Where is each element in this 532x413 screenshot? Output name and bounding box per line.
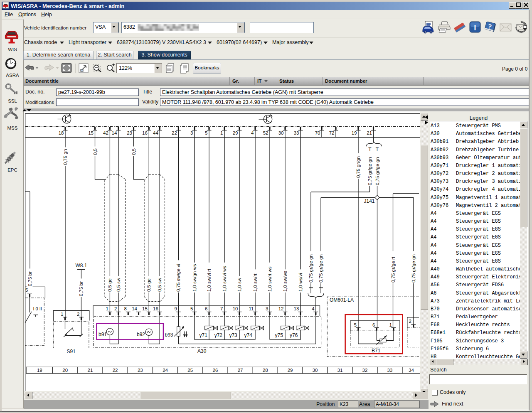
svg-text:14: 14 (112, 130, 117, 135)
svg-text:0,5 ge: 0,5 ge (107, 278, 112, 292)
svg-text:33: 33 (387, 368, 393, 373)
svg-text:44: 44 (153, 130, 158, 135)
svg-text:16: 16 (153, 306, 158, 311)
svg-text:5: 5 (205, 130, 207, 135)
svg-text:1,0 sw/vi ws: 1,0 sw/vi ws (222, 266, 227, 292)
svg-text:32: 32 (362, 368, 368, 373)
svg-text:0,75 gr/ge rt: 0,75 gr/ge rt (391, 256, 396, 283)
svg-text:7: 7 (220, 306, 223, 311)
svg-text:y73: y73 (229, 332, 237, 338)
svg-text:0,75 br: 0,75 br (27, 271, 32, 286)
svg-text:22: 22 (172, 130, 177, 135)
svg-text:31: 31 (337, 368, 343, 373)
svg-text:23: 23 (127, 130, 132, 135)
svg-text:0,5 sw: 0,5 sw (157, 278, 162, 292)
svg-text:16: 16 (142, 130, 148, 135)
svg-text:2: 2 (409, 319, 411, 324)
svg-text:21: 21 (367, 130, 372, 135)
svg-text:15: 15 (142, 306, 148, 311)
svg-text:y72: y72 (214, 332, 223, 338)
svg-text:1,0 sw/gn ws: 1,0 sw/gn ws (192, 264, 197, 292)
svg-text:70: 70 (315, 130, 320, 135)
svg-text:30: 30 (313, 368, 318, 373)
svg-text:b91: b91 (99, 332, 107, 337)
svg-text:0,75 gr/ge gn: 0,75 gr/ge gn (411, 254, 416, 283)
svg-text:27: 27 (238, 368, 243, 373)
svg-text:1,0 sw/ws: 1,0 sw/ws (283, 270, 288, 292)
svg-text:5: 5 (190, 306, 193, 311)
svg-text:0,75 sw/ge vi: 0,75 sw/ge vi (176, 264, 181, 292)
svg-text:b92: b92 (137, 332, 145, 337)
svg-text:T: T (376, 147, 379, 152)
svg-text:21: 21 (88, 368, 93, 373)
svg-text:1: 1 (61, 312, 63, 317)
svg-text:1,0 sw/rt ws: 1,0 sw/rt ws (267, 266, 272, 292)
svg-text:19: 19 (37, 368, 42, 373)
svg-text:29: 29 (233, 130, 238, 135)
svg-text:OM601-LA: OM601-LA (330, 297, 354, 303)
svg-text:52: 52 (263, 130, 268, 135)
svg-text:13: 13 (294, 306, 299, 311)
svg-text:0,5: 0,5 (131, 148, 136, 155)
svg-text:4: 4 (251, 130, 254, 135)
svg-text:y71: y71 (200, 332, 208, 338)
svg-text:b93: b93 (165, 332, 173, 338)
svg-text:0,5 ge: 0,5 ge (146, 278, 151, 292)
svg-text:0,75 gr/ge gn: 0,75 gr/ge gn (367, 157, 372, 185)
svg-text:42: 42 (103, 130, 108, 135)
svg-text:1,0 sw/rt: 1,0 sw/rt (253, 273, 258, 292)
svg-text:72: 72 (329, 130, 335, 135)
svg-text:J141: J141 (364, 198, 375, 204)
svg-text:19: 19 (352, 130, 357, 135)
svg-text:1,0 ws/vi: 1,0 ws/vi (298, 273, 303, 292)
svg-text:W8.1: W8.1 (76, 263, 87, 268)
svg-text:y76: y76 (290, 332, 298, 338)
svg-text:15: 15 (88, 130, 94, 135)
svg-text:1,0 sw: 1,0 sw (237, 278, 242, 292)
svg-text:T: T (368, 147, 372, 152)
svg-text:3: 3 (266, 306, 268, 311)
svg-text:28: 28 (263, 368, 268, 373)
svg-text:0,75 gr/ge gn: 0,75 gr/ge gn (318, 254, 323, 283)
svg-text:S91: S91 (67, 349, 76, 354)
svg-text:30: 30 (278, 130, 284, 135)
svg-text:10: 10 (233, 306, 238, 311)
svg-text:0,5: 0,5 (93, 148, 98, 155)
svg-text:6: 6 (372, 322, 375, 327)
svg-text:2: 2 (77, 312, 79, 317)
svg-text:5: 5 (25, 288, 28, 293)
svg-text:33: 33 (294, 130, 299, 135)
svg-text:18: 18 (59, 130, 64, 135)
svg-text:8: 8 (124, 306, 126, 311)
svg-text:5: 5 (354, 322, 357, 327)
svg-text:20: 20 (62, 368, 68, 373)
svg-text:4: 4 (312, 306, 315, 311)
svg-text:14: 14 (132, 306, 137, 311)
svg-text:23: 23 (138, 368, 143, 373)
svg-text:29: 29 (288, 368, 293, 373)
svg-text:A30: A30 (197, 348, 207, 354)
svg-text:y75: y75 (275, 332, 283, 338)
svg-text:12: 12 (278, 306, 284, 311)
svg-text:2: 2 (114, 306, 117, 311)
svg-text:6: 6 (205, 306, 207, 311)
svg-text:y74: y74 (244, 332, 253, 338)
svg-text:22: 22 (113, 368, 118, 373)
svg-text:3: 3 (190, 130, 193, 135)
svg-text:34: 34 (409, 368, 414, 373)
svg-text:0,5 sw: 0,5 sw (116, 278, 121, 292)
svg-text:0,75 gn: 0,75 gn (63, 149, 68, 165)
svg-text:1: 1 (106, 306, 108, 311)
svg-text:0,75 gr/ge gn: 0,75 gr/ge gn (308, 254, 313, 283)
svg-text:0,75 gr/gn: 0,75 gr/gn (356, 156, 361, 178)
svg-text:24: 24 (163, 368, 168, 373)
svg-text:B71: B71 (372, 348, 381, 354)
svg-text:1: 1 (220, 130, 223, 135)
svg-text:26: 26 (213, 368, 218, 373)
svg-text:I 0 II: I 0 II (33, 306, 42, 311)
svg-text:11: 11 (249, 306, 254, 311)
svg-text:1: 1 (389, 322, 392, 327)
svg-text:25: 25 (187, 368, 193, 373)
svg-text:9: 9 (174, 306, 177, 311)
svg-text:1,0 sw/vi rt: 1,0 sw/vi rt (207, 268, 212, 292)
